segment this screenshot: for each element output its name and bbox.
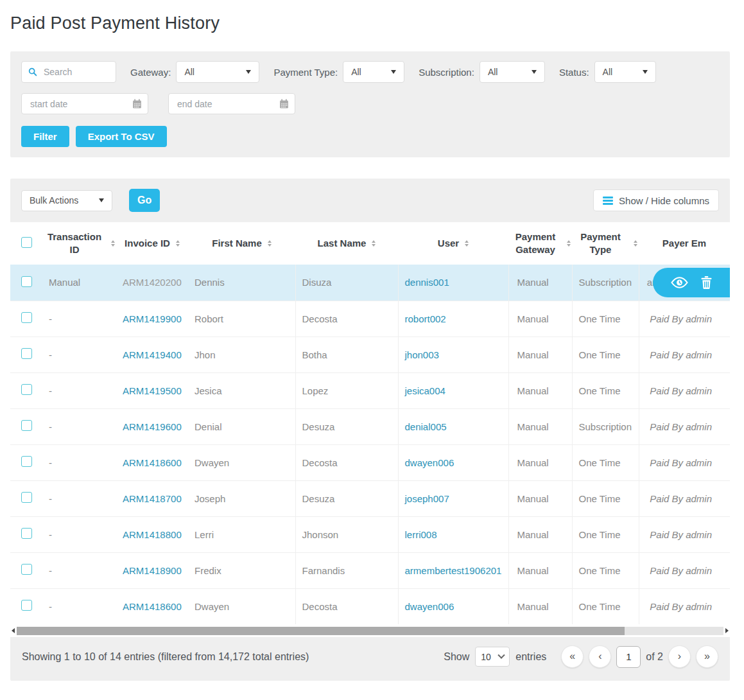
user-cell: dwayen006 [398, 444, 508, 480]
user-link[interactable]: armembertest1906201 [405, 565, 502, 576]
gateway-label: Gateway: [130, 67, 171, 78]
scrollbar-thumb[interactable] [17, 627, 625, 635]
invoice-id-cell: ARM1418900 [116, 552, 188, 588]
scroll-left-arrow-icon[interactable] [12, 628, 15, 633]
invoice-link[interactable]: ARM1419500 [123, 385, 182, 396]
table-row: Manual ARM1420200 Dennis Disuza dennis00… [10, 265, 730, 301]
user-cell: armembertest1906201 [398, 552, 508, 588]
user-link[interactable]: denial005 [405, 421, 447, 432]
go-button[interactable]: Go [129, 189, 160, 212]
column-header-transaction-id[interactable]: Transaction ID [42, 222, 116, 265]
bulk-actions-select[interactable]: Bulk Actions [21, 190, 112, 211]
column-header-payment-type[interactable]: Payment Type [572, 222, 639, 265]
row-checkbox[interactable] [21, 456, 32, 467]
payer-email-cell: Paid By admin [639, 301, 730, 337]
user-link[interactable]: joseph007 [405, 493, 449, 504]
last-name-cell: Decosta [295, 444, 398, 480]
user-link[interactable]: lerri008 [405, 529, 437, 540]
prev-page-button[interactable]: ‹ [589, 645, 611, 668]
invoice-link[interactable]: ARM1419600 [123, 421, 182, 432]
first-name-cell: Dwayen [188, 588, 295, 624]
start-date-box [21, 93, 148, 114]
invoice-link[interactable]: ARM1419900 [123, 313, 182, 324]
payer-email-cell: Paid By admin [639, 588, 730, 624]
invoice-link[interactable]: ARM1420200 [123, 277, 182, 288]
next-page-button[interactable]: › [668, 645, 691, 668]
export-csv-button[interactable]: Export To CSV [76, 126, 167, 147]
payer-email-cell: Paid By admin [639, 337, 730, 372]
end-date-box [168, 93, 295, 114]
row-checkbox[interactable] [21, 528, 32, 539]
invoice-id-cell: ARM1419900 [116, 301, 188, 337]
user-cell: denial005 [398, 408, 508, 444]
row-checkbox-cell [10, 516, 42, 552]
first-page-button[interactable]: « [561, 645, 584, 668]
transaction-id-cell: Manual [42, 265, 116, 301]
sort-icon [176, 240, 180, 247]
status-select[interactable]: All [594, 61, 656, 83]
user-cell: dwayen006 [398, 588, 508, 624]
current-page-input[interactable]: 1 [616, 646, 641, 668]
payer-email-cell: Paid By admin [639, 408, 730, 444]
column-header-last-name[interactable]: Last Name [295, 222, 398, 265]
user-link[interactable]: jesica004 [405, 385, 446, 396]
user-link[interactable]: dwayen006 [405, 601, 454, 612]
gateway-select[interactable]: All [176, 61, 259, 83]
row-checkbox-cell [10, 337, 42, 372]
row-checkbox[interactable] [21, 276, 32, 287]
row-actions [653, 268, 730, 297]
scrollbar-track[interactable] [17, 627, 723, 635]
invoice-id-cell: ARM1418600 [116, 588, 188, 624]
calendar-icon[interactable] [279, 98, 290, 109]
paid-post-payment-history-page: Paid Post Payment History Gateway: All P… [10, 0, 730, 681]
sort-icon [268, 240, 272, 247]
select-all-checkbox[interactable] [21, 237, 32, 248]
payment-type-label: Payment Type: [273, 67, 338, 78]
row-checkbox[interactable] [21, 420, 32, 431]
subscription-select[interactable]: All [480, 61, 545, 83]
row-checkbox[interactable] [21, 348, 32, 359]
row-checkbox[interactable] [21, 564, 32, 575]
show-hide-columns-button[interactable]: Show / Hide columns [593, 189, 719, 211]
last-page-button[interactable]: » [696, 645, 718, 668]
delete-button[interactable] [701, 276, 712, 289]
row-checkbox-cell [10, 588, 42, 624]
payment-gateway-cell: Manual [508, 516, 572, 552]
column-header-invoice-id[interactable]: Invoice ID [116, 222, 188, 265]
row-checkbox[interactable] [21, 312, 32, 323]
user-cell: joseph007 [398, 480, 508, 516]
total-pages-label: of 2 [646, 651, 663, 663]
scroll-right-arrow-icon[interactable] [725, 628, 729, 633]
search-box [21, 61, 116, 83]
page-size-select[interactable]: 10 [475, 647, 510, 667]
start-date-input[interactable] [21, 93, 148, 114]
table-toolbar: Bulk Actions Go Show / Hide columns [10, 179, 730, 222]
column-header-first-name[interactable]: First Name [188, 222, 295, 265]
filter-button[interactable]: Filter [21, 126, 69, 147]
user-link[interactable]: dwayen006 [405, 457, 454, 468]
entries-summary: Showing 1 to 10 of 14 entries (filtered … [22, 651, 309, 663]
view-button[interactable] [671, 276, 688, 289]
invoice-link[interactable]: ARM1418600 [123, 457, 182, 468]
last-name-cell: Decosta [295, 301, 398, 337]
payment-gateway-cell: Manual [508, 552, 572, 588]
invoice-link[interactable]: ARM1418800 [123, 529, 182, 540]
row-checkbox[interactable] [21, 492, 32, 503]
invoice-link[interactable]: ARM1418700 [123, 493, 182, 504]
invoice-link[interactable]: ARM1418900 [123, 565, 182, 576]
calendar-icon[interactable] [132, 98, 143, 109]
invoice-link[interactable]: ARM1419400 [123, 349, 182, 360]
row-checkbox-cell [10, 552, 42, 588]
column-header-payment-gateway[interactable]: Payment Gateway [508, 222, 572, 265]
payment-gateway-cell: Manual [508, 372, 572, 408]
user-link[interactable]: robort002 [405, 313, 446, 324]
end-date-input[interactable] [168, 93, 295, 114]
user-link[interactable]: jhon003 [405, 349, 439, 360]
column-header-user[interactable]: User [398, 222, 508, 265]
row-checkbox[interactable] [21, 600, 32, 611]
user-link[interactable]: dennis001 [405, 277, 449, 288]
row-checkbox[interactable] [21, 384, 32, 395]
invoice-link[interactable]: ARM1418600 [123, 601, 182, 612]
payment-type-select[interactable]: All [343, 61, 404, 83]
row-checkbox-cell [10, 372, 42, 408]
